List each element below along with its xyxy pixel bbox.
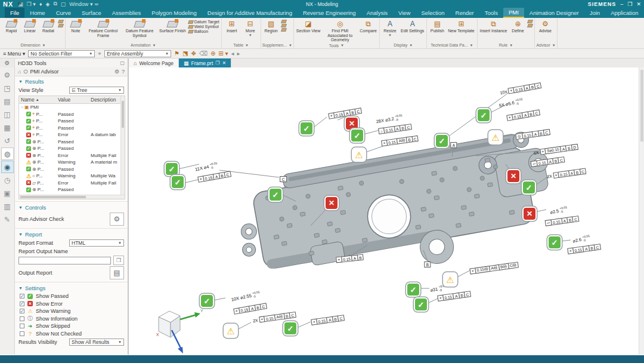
menu-tab-reverse-engineering[interactable]: Reverse Engineering xyxy=(298,8,361,18)
selection-filter-dropdown[interactable]: No Selection Filter▼ xyxy=(28,50,95,57)
menu-button[interactable]: ≡ Menu ▾ xyxy=(3,51,25,57)
find-pmi-associated-to-geometry-button[interactable]: ◎Find PMI Associated to Geometry xyxy=(322,19,358,43)
select-handle-icon[interactable]: ✥ xyxy=(191,50,196,57)
pmi-check-badge-passed[interactable]: ✓ xyxy=(478,109,490,121)
menu-tab-design-for-additive-manufacturing[interactable]: Design for Additive Manufacturing xyxy=(202,8,298,18)
edit-settings-button[interactable]: AEdit Settings xyxy=(400,19,425,34)
window-icon[interactable]: ▢ xyxy=(61,1,66,7)
constraint-navigator-icon[interactable]: ◳ xyxy=(1,82,14,94)
menu-tab-assemblies[interactable]: Assemblies xyxy=(107,8,147,18)
show-warning-checkbox[interactable]: ✓ xyxy=(20,309,24,313)
report-section-header[interactable]: ▼Report xyxy=(15,229,128,239)
report-format-dropdown[interactable]: HTML▼ xyxy=(69,239,124,247)
pmi-check-badge-passed[interactable]: ✓ xyxy=(549,236,561,248)
process-studio-icon[interactable]: ▣ xyxy=(1,187,14,199)
rapid-button[interactable]: Rapid xyxy=(2,19,20,34)
pmi-check-badge-passed[interactable]: ✓ xyxy=(166,163,178,175)
datum-feature-symbol-button[interactable]: Datum Feature Symbol xyxy=(122,19,157,38)
feature-control-frame-button[interactable]: Feature Control Frame xyxy=(85,19,121,38)
weld-symbol-button[interactable]: Weld Symbol xyxy=(188,24,219,29)
result-row[interactable]: ✕⌖P...ErrorA datum lab xyxy=(19,131,125,139)
selection-scope-dropdown[interactable]: Entire Assembly▼ xyxy=(104,50,171,57)
define-button[interactable]: ⊕Define xyxy=(509,19,527,34)
pmi-check-badge-warning[interactable]: ⚠ xyxy=(490,131,501,143)
graphics-viewport[interactable]: XYZ ⌖0.15ABC28X ⌀3.2+0.01-0○0.15ABC⌖0.15… xyxy=(129,67,644,355)
pmi-check-badge-passed[interactable]: ✓ xyxy=(284,322,296,334)
minimize-button[interactable]: – xyxy=(620,1,623,7)
close-button[interactable]: ✕ xyxy=(636,1,641,7)
menu-tab-curve[interactable]: Curve xyxy=(51,8,76,18)
small-tool-button[interactable] xyxy=(281,24,286,27)
pmi-check-badge-passed[interactable]: ✓ xyxy=(407,284,419,296)
small-tool-button[interactable] xyxy=(528,24,532,27)
radial-button[interactable]: Radial xyxy=(39,19,57,34)
history-icon[interactable]: ↺ xyxy=(1,134,14,147)
group-dialog-launcher-icon[interactable]: ▼ xyxy=(289,44,292,47)
assembly-navigator-icon[interactable]: ⚙ xyxy=(1,69,14,81)
datum-flag-c[interactable]: C xyxy=(280,176,287,182)
frame-part-body[interactable] xyxy=(231,128,562,297)
view-style-dropdown[interactable]: ⋿ Tree▼ xyxy=(69,87,124,94)
result-row[interactable]: ✓⌖P...Passed xyxy=(19,111,125,118)
advisor-help-icon[interactable]: ? xyxy=(122,69,125,75)
result-row[interactable]: ⚠⊕P...WarningA material m xyxy=(19,159,125,166)
close-tab-icon[interactable]: ✕ xyxy=(222,60,226,66)
result-row[interactable]: ✓⌖P...Passed xyxy=(19,125,125,132)
pmi-check-badge-warning[interactable]: ⚠ xyxy=(353,149,365,161)
setting-show-error[interactable]: ✓✕Show Error xyxy=(15,300,128,308)
pmi-check-badge-passed[interactable]: ✓ xyxy=(270,189,281,201)
pmi-check-badge-passed[interactable]: ✓ xyxy=(301,122,312,134)
menu-tab-application[interactable]: Application xyxy=(605,8,643,18)
result-row[interactable]: ✓⊕P...Passed xyxy=(19,139,125,146)
show-information-checkbox[interactable] xyxy=(20,316,24,321)
highlight-icon[interactable]: ⚑ xyxy=(174,50,179,57)
compare-button[interactable]: ⧉Compare xyxy=(358,19,378,34)
pmi-check-badge-passed[interactable]: ✓ xyxy=(351,130,363,141)
doc-tab-frame-prt[interactable]: ▦Frame.prt❐✕ xyxy=(179,59,231,67)
publish-button[interactable]: ▤Publish xyxy=(428,19,446,34)
group-dialog-launcher-icon[interactable]: ▼ xyxy=(42,44,46,47)
report-output-name-input[interactable] xyxy=(18,257,111,264)
pmi-check-badge-error[interactable]: ✕ xyxy=(524,208,535,220)
pmi-check-badge-error[interactable]: ✕ xyxy=(326,197,338,209)
pmi-check-badge-passed[interactable]: ✓ xyxy=(172,176,184,188)
results-section-header[interactable]: ▼Results xyxy=(15,76,128,86)
balloon-button[interactable]: Balloon xyxy=(188,29,219,33)
inside-selection-icon[interactable]: ⬔ xyxy=(182,50,188,57)
paste-icon[interactable]: ⎘ xyxy=(18,1,21,7)
show-not-checked-checkbox[interactable] xyxy=(20,331,24,336)
advisor-settings-gear-icon[interactable]: ⚙ xyxy=(114,69,119,75)
insert-button[interactable]: ⊞Insert xyxy=(223,19,241,34)
menu-tab-view[interactable]: View xyxy=(393,8,416,18)
note-button[interactable]: Note xyxy=(67,19,85,34)
home-icon[interactable]: ⌂ xyxy=(18,69,21,75)
group-dialog-launcher-icon[interactable]: ▼ xyxy=(552,44,556,47)
add-selection-icon[interactable]: ⊞ ▾ xyxy=(218,50,228,57)
deselect-icon[interactable]: ⌫ xyxy=(199,50,208,57)
insert-instance-button[interactable]: ⧉Insert Instance xyxy=(479,19,509,34)
result-row[interactable]: ✓⊕P...Passed xyxy=(19,166,125,173)
history-palette-icon[interactable]: ◷ xyxy=(1,174,14,186)
pmi-check-badge-warning[interactable]: ⚠ xyxy=(225,325,237,337)
menu-tab-tools[interactable]: Tools xyxy=(479,8,503,18)
power-icon[interactable]: ⏻ xyxy=(23,69,27,75)
result-row[interactable]: ✕▱P...ErrorMultiple Fail xyxy=(19,180,125,187)
view-manager-icon[interactable]: ▦ xyxy=(1,121,14,134)
window-menu[interactable]: Window ▾ ≂ xyxy=(69,1,98,7)
small-tool-button[interactable] xyxy=(58,20,63,23)
section-view-button[interactable]: ◪Section View xyxy=(295,19,321,34)
result-row[interactable]: ⚠○P...WarningMultiple Wa xyxy=(19,173,125,180)
new-template-button[interactable]: ⊞New Template xyxy=(447,19,475,34)
setting-show-skipped[interactable]: ➜Show Skipped xyxy=(15,322,128,330)
menu-tab-polygon-modeling[interactable]: Polygon Modeling xyxy=(146,8,202,18)
region-button[interactable]: ▧Region xyxy=(262,19,280,34)
results-table-header[interactable]: Name▲ Value Description xyxy=(19,96,125,104)
touch-mode-icon[interactable]: ◈ xyxy=(45,1,49,7)
menu-tab-file[interactable]: File xyxy=(5,8,24,18)
part-navigator-icon[interactable]: ▤ xyxy=(1,95,14,107)
reuse-library-icon[interactable]: ◫ xyxy=(1,108,14,121)
doc-tab-welcome-page[interactable]: ⌂Welcome Page xyxy=(129,59,179,67)
small-tool-button[interactable] xyxy=(281,20,286,23)
show-error-checkbox[interactable]: ✓ xyxy=(20,302,24,306)
results-vertical-scrollbar[interactable] xyxy=(120,96,125,199)
